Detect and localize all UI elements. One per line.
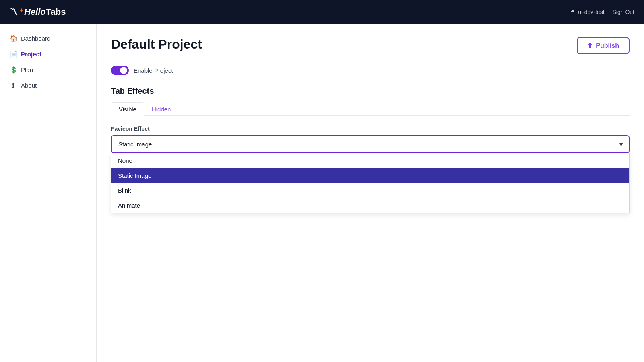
tab-effects-tabs: Visible Hidden — [111, 102, 630, 116]
tab-hidden[interactable]: Hidden — [144, 102, 179, 116]
page-title: Default Project — [111, 37, 202, 52]
about-icon: ℹ — [10, 82, 17, 89]
sidebar-item-about[interactable]: ℹ About — [0, 78, 96, 93]
sidebar-label-dashboard: Dashboard — [21, 35, 50, 42]
publish-icon: ⬆ — [587, 42, 592, 49]
sidebar-item-project[interactable]: 📄 Project — [0, 46, 96, 62]
home-icon: 🏠 — [10, 35, 17, 42]
sidebar-item-plan[interactable]: 💲 Plan — [0, 62, 96, 78]
tab-visible[interactable]: Visible — [111, 102, 144, 116]
monitor-icon: 🖥 — [569, 8, 576, 16]
logo-tabs: Tabs — [46, 7, 66, 17]
option-blink[interactable]: Blink — [111, 183, 629, 198]
sidebar-label-about: About — [21, 82, 37, 89]
main-content: Default Project ⬆ Publish Enable Project… — [97, 24, 644, 362]
sidebar-item-dashboard[interactable]: 🏠 Dashboard — [0, 31, 96, 46]
favicon-effect-select[interactable]: Static Image — [111, 135, 630, 153]
enable-project-row: Enable Project — [111, 66, 630, 75]
publish-button[interactable]: ⬆ Publish — [577, 37, 630, 54]
navbar: 〽 ✦ HelloTabs 🖥 ui-dev-test Sign Out — [0, 0, 644, 24]
publish-label: Publish — [596, 42, 619, 49]
project-icon: 📄 — [10, 50, 17, 58]
logo-star: ✦ — [19, 7, 24, 14]
favicon-effect-label: Favicon Effect — [111, 125, 630, 132]
navbar-user: 🖥 ui-dev-test — [569, 8, 604, 16]
enable-project-label: Enable Project — [134, 67, 173, 74]
toggle-slider — [111, 66, 129, 75]
sidebar: 🏠 Dashboard 📄 Project 💲 Plan ℹ About — [0, 24, 97, 362]
tab-effects-title: Tab Effects — [111, 86, 630, 96]
option-none[interactable]: None — [111, 153, 629, 168]
plan-icon: 💲 — [10, 66, 17, 74]
signout-button[interactable]: Sign Out — [613, 9, 634, 15]
option-static-image[interactable]: Static Image — [111, 168, 629, 183]
sidebar-label-plan: Plan — [21, 66, 33, 73]
navbar-right: 🖥 ui-dev-test Sign Out — [569, 8, 634, 16]
logo-wave-icon: 〽 — [10, 8, 18, 17]
layout: 🏠 Dashboard 📄 Project 💲 Plan ℹ About Def… — [0, 24, 644, 362]
option-animate[interactable]: Animate — [111, 198, 629, 213]
enable-project-toggle[interactable] — [111, 66, 129, 75]
favicon-effect-dropdown: None Static Image Blink Animate — [111, 153, 630, 213]
username-label: ui-dev-test — [578, 9, 604, 15]
logo: 〽 ✦ HelloTabs — [10, 7, 66, 17]
page-header: Default Project ⬆ Publish — [111, 37, 630, 54]
logo-hello: Hello — [24, 7, 46, 17]
favicon-effect-select-container: Static Image ▼ None Static Image Blink A… — [111, 135, 630, 153]
sidebar-label-project: Project — [21, 51, 41, 58]
